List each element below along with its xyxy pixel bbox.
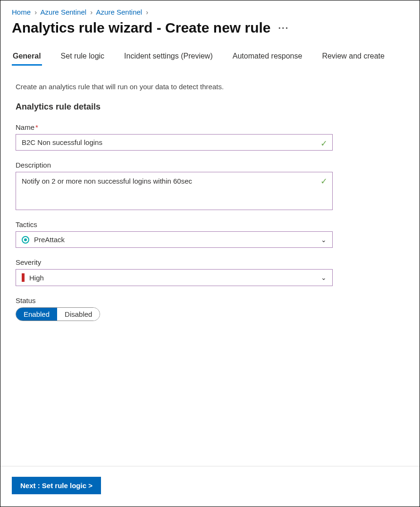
chevron-down-icon: ⌄ xyxy=(321,274,327,281)
tab-general[interactable]: General xyxy=(12,49,42,66)
severity-color-icon xyxy=(22,273,25,282)
status-toggle[interactable]: Enabled Disabled xyxy=(16,307,100,321)
status-option-enabled[interactable]: Enabled xyxy=(16,308,57,321)
tactics-label: Tactics xyxy=(16,220,408,228)
tab-set-rule-logic[interactable]: Set rule logic xyxy=(60,49,106,66)
wizard-tabs: General Set rule logic Incident settings… xyxy=(12,49,408,66)
breadcrumb-home[interactable]: Home xyxy=(12,8,31,16)
severity-label: Severity xyxy=(16,258,408,266)
breadcrumb: Home › Azure Sentinel › Azure Sentinel › xyxy=(12,8,408,16)
valid-check-icon: ✓ xyxy=(320,176,328,186)
more-actions-icon[interactable]: ··· xyxy=(278,23,289,34)
name-input[interactable] xyxy=(16,135,332,150)
name-label: Name* xyxy=(16,123,408,131)
tab-review-create[interactable]: Review and create xyxy=(321,49,386,66)
severity-selected-value: High xyxy=(29,274,44,282)
tactics-selected-value: PreAttack xyxy=(34,236,65,244)
chevron-right-icon: › xyxy=(34,8,37,16)
chevron-down-icon: ⌄ xyxy=(321,236,327,244)
status-option-disabled[interactable]: Disabled xyxy=(57,308,100,321)
intro-text: Create an analytics rule that will run o… xyxy=(16,83,408,91)
next-button[interactable]: Next : Set rule logic > xyxy=(12,477,101,494)
breadcrumb-sentinel-2[interactable]: Azure Sentinel xyxy=(96,8,143,16)
description-label: Description xyxy=(16,161,408,169)
breadcrumb-sentinel-1[interactable]: Azure Sentinel xyxy=(41,8,87,16)
chevron-right-icon: › xyxy=(146,8,148,16)
tab-incident-settings[interactable]: Incident settings (Preview) xyxy=(123,49,214,66)
valid-check-icon: ✓ xyxy=(320,138,328,149)
description-input[interactable]: Notify on 2 or more non successful login… xyxy=(16,172,332,208)
page-title: Analytics rule wizard - Create new rule xyxy=(12,20,271,36)
section-title: Analytics rule details xyxy=(16,102,408,112)
target-icon xyxy=(22,236,29,244)
severity-select[interactable]: High ⌄ xyxy=(16,269,333,286)
chevron-right-icon: › xyxy=(90,8,92,16)
tactics-select[interactable]: PreAttack ⌄ xyxy=(16,231,333,248)
status-label: Status xyxy=(16,296,408,304)
tab-automated-response[interactable]: Automated response xyxy=(232,49,303,66)
